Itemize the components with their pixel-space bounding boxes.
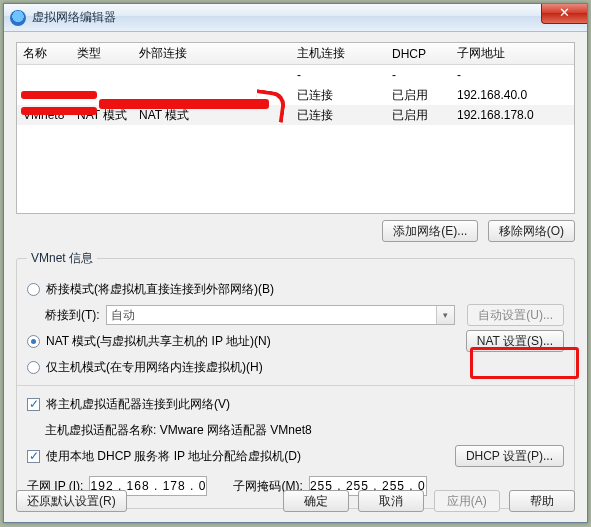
window-title: 虚拟网络编辑器 [32, 9, 116, 26]
nat-settings-button[interactable]: NAT 设置(S)... [466, 330, 564, 352]
use-dhcp-label: 使用本地 DHCP 服务将 IP 地址分配给虚拟机(D) [46, 448, 301, 465]
dialog-footer: 还原默认设置(R) 确定 取消 应用(A) 帮助 [16, 490, 575, 512]
col-dhcp[interactable]: DHCP [392, 47, 457, 61]
chevron-down-icon[interactable]: ▾ [436, 306, 454, 324]
list-body: - - - 已连接 已启用 192.168.40.0 VMnet8 NAT 模式… [17, 65, 574, 125]
connect-host-row[interactable]: 将主机虚拟适配器连接到此网络(V) [27, 392, 564, 416]
group-legend: VMnet 信息 [27, 250, 97, 267]
nat-label: NAT 模式(与虚拟机共享主机的 IP 地址)(N) [46, 333, 271, 350]
list-header: 名称 类型 外部连接 主机连接 DHCP 子网地址 [17, 43, 574, 65]
col-host[interactable]: 主机连接 [297, 45, 392, 62]
radio-bridge[interactable] [27, 283, 40, 296]
network-list[interactable]: 名称 类型 外部连接 主机连接 DHCP 子网地址 - - - [16, 42, 575, 214]
use-dhcp-row[interactable]: 使用本地 DHCP 服务将 IP 地址分配给虚拟机(D) DHCP 设置(P).… [27, 444, 564, 468]
bridge-to-combo[interactable]: 自动 ▾ [106, 305, 456, 325]
vmnet-info-group: VMnet 信息 桥接模式(将虚拟机直接连接到外部网络)(B) 桥接到(T): … [16, 250, 575, 509]
content-area: 名称 类型 外部连接 主机连接 DHCP 子网地址 - - - [4, 32, 587, 522]
bridge-label: 桥接模式(将虚拟机直接连接到外部网络)(B) [46, 281, 274, 298]
table-row[interactable]: - - - [17, 65, 574, 85]
redaction-mark [99, 99, 269, 109]
apply-button[interactable]: 应用(A) [434, 490, 500, 512]
connect-host-label: 将主机虚拟适配器连接到此网络(V) [46, 396, 230, 413]
adapter-name-row: 主机虚拟适配器名称: VMware 网络适配器 VMnet8 [27, 418, 564, 442]
dhcp-settings-button[interactable]: DHCP 设置(P)... [455, 445, 564, 467]
app-icon [10, 10, 26, 26]
col-ext[interactable]: 外部连接 [139, 45, 297, 62]
separator [17, 385, 574, 386]
add-network-button[interactable]: 添加网络(E)... [382, 220, 478, 242]
col-name[interactable]: 名称 [17, 45, 77, 62]
hostonly-mode-row[interactable]: 仅主机模式(在专用网络内连接虚拟机)(H) [27, 355, 564, 379]
help-button[interactable]: 帮助 [509, 490, 575, 512]
bridge-mode-row[interactable]: 桥接模式(将虚拟机直接连接到外部网络)(B) [27, 277, 564, 301]
titlebar: 虚拟网络编辑器 ✕ [4, 4, 587, 32]
remove-network-button[interactable]: 移除网络(O) [488, 220, 575, 242]
adapter-name-label: 主机虚拟适配器名称: VMware 网络适配器 VMnet8 [45, 422, 312, 439]
check-use-dhcp[interactable] [27, 450, 40, 463]
redaction-mark [21, 91, 97, 99]
check-connect-host[interactable] [27, 398, 40, 411]
bridge-to-value: 自动 [111, 307, 135, 324]
close-button[interactable]: ✕ [541, 4, 587, 24]
cancel-button[interactable]: 取消 [358, 490, 424, 512]
nat-mode-row[interactable]: NAT 模式(与虚拟机共享主机的 IP 地址)(N) NAT 设置(S)... [27, 329, 564, 353]
auto-settings-button[interactable]: 自动设置(U)... [467, 304, 564, 326]
col-subnet[interactable]: 子网地址 [457, 45, 574, 62]
list-buttons: 添加网络(E)... 移除网络(O) [16, 220, 575, 242]
col-type[interactable]: 类型 [77, 45, 139, 62]
hostonly-label: 仅主机模式(在专用网络内连接虚拟机)(H) [46, 359, 263, 376]
redaction-mark [21, 107, 97, 115]
radio-hostonly[interactable] [27, 361, 40, 374]
radio-nat[interactable] [27, 335, 40, 348]
bridge-to-label: 桥接到(T): [45, 307, 100, 324]
ok-button[interactable]: 确定 [283, 490, 349, 512]
bridge-to-row: 桥接到(T): 自动 ▾ 自动设置(U)... [27, 303, 564, 327]
restore-defaults-button[interactable]: 还原默认设置(R) [16, 490, 127, 512]
dialog-window: 虚拟网络编辑器 ✕ 名称 类型 外部连接 主机连接 DHCP 子网地址 - - … [3, 3, 588, 523]
